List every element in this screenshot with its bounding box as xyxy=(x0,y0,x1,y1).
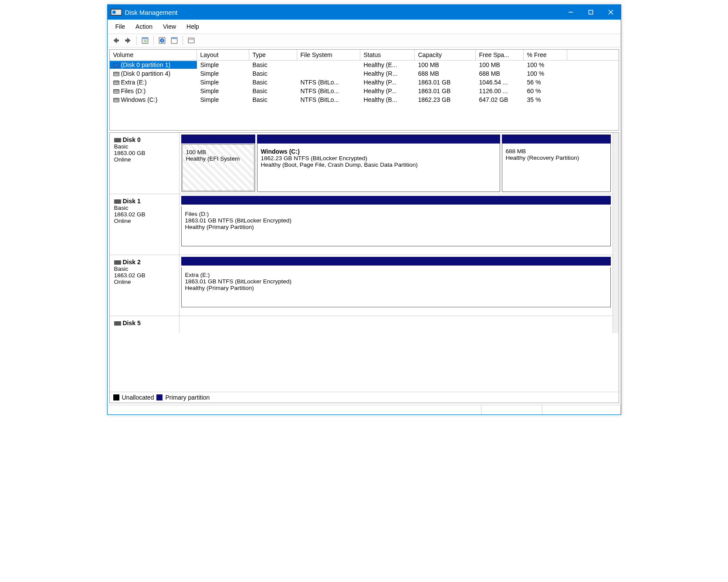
partition-bar xyxy=(181,196,611,205)
disk-management-window: Disk Management File Action View Help ? … xyxy=(107,4,621,415)
volume-header-cell[interactable]: Status xyxy=(360,50,415,60)
drive-icon xyxy=(113,89,119,94)
volume-cell: NTFS (BitLo... xyxy=(297,87,360,95)
close-button[interactable] xyxy=(601,5,621,20)
volume-cell: 100 % xyxy=(524,70,567,77)
menubar: File Action View Help xyxy=(108,20,621,34)
settings-button[interactable] xyxy=(186,35,197,46)
disk-icon xyxy=(114,260,121,265)
legend-swatch-primary xyxy=(156,394,163,400)
drive-icon xyxy=(113,81,119,85)
volume-cell: 56 % xyxy=(524,78,567,86)
partition-block[interactable]: 688 MBHealthy (Recovery Partition) xyxy=(502,135,611,192)
partition-block[interactable]: 100 MBHealthy (EFI System xyxy=(181,135,255,192)
volume-cell: NTFS (BitLo... xyxy=(297,96,360,104)
legend-primary-label: Primary partition xyxy=(165,394,210,401)
minimize-button[interactable] xyxy=(561,5,581,20)
drive-icon xyxy=(113,63,119,67)
disk-row[interactable]: Disk 5 xyxy=(110,316,613,333)
menu-help[interactable]: Help xyxy=(182,21,203,32)
volume-cell: 100 MB xyxy=(415,61,476,69)
volume-cell: Simple xyxy=(197,70,249,77)
volume-cell: Simple xyxy=(197,96,249,104)
legend-swatch-unallocated xyxy=(113,394,119,400)
volume-cell: 688 MB xyxy=(415,70,476,77)
volume-cell: 35 % xyxy=(524,96,567,104)
volume-header-cell[interactable]: Capacity xyxy=(415,50,476,60)
volume-cell: 60 % xyxy=(524,87,567,95)
volume-header-cell[interactable]: % Free xyxy=(524,50,567,60)
disk-icon xyxy=(114,138,121,142)
volume-row[interactable]: Extra (E:)SimpleBasicNTFS (BitLo...Healt… xyxy=(110,78,619,87)
volume-cell: Basic xyxy=(249,96,297,104)
scrollbar[interactable] xyxy=(613,133,619,333)
volume-cell: Simple xyxy=(197,61,249,69)
volume-cell: 1126.00 ... xyxy=(476,87,524,95)
disk-row[interactable]: Disk 0Basic1863.00 GBOnline100 MBHealthy… xyxy=(110,133,613,194)
volume-row[interactable]: (Disk 0 partition 1)SimpleBasicHealthy (… xyxy=(110,61,619,69)
volume-cell: Files (D:) xyxy=(110,87,197,95)
forward-button[interactable] xyxy=(122,35,134,46)
svg-rect-1 xyxy=(112,11,115,14)
toolbar: ? xyxy=(108,34,621,47)
drive-icon xyxy=(113,98,119,102)
maximize-button[interactable] xyxy=(581,5,601,20)
volume-cell: Basic xyxy=(249,70,297,77)
menu-file[interactable]: File xyxy=(111,21,130,32)
refresh-button[interactable] xyxy=(169,35,180,46)
volume-cell: 1046.54 ... xyxy=(476,78,524,86)
volume-cell: Simple xyxy=(197,87,249,95)
volume-cell: Windows (C:) xyxy=(110,96,197,104)
volume-header-cell[interactable]: Type xyxy=(249,50,297,60)
back-button[interactable] xyxy=(110,35,122,46)
volume-header-cell[interactable]: File System xyxy=(297,50,360,60)
legend: Unallocated Primary partition xyxy=(110,392,619,403)
legend-unallocated-label: Unallocated xyxy=(122,394,154,401)
volume-header-cell[interactable]: Layout xyxy=(197,50,249,60)
app-icon xyxy=(110,6,122,18)
svg-rect-19 xyxy=(192,39,193,40)
help-button[interactable]: ? xyxy=(156,35,168,46)
disk-info: Disk 5 xyxy=(110,316,179,333)
properties-button[interactable] xyxy=(139,35,151,46)
volume-cell: Basic xyxy=(249,87,297,95)
partitions-area xyxy=(179,316,613,333)
partitions-area: Files (D:)1863.01 GB NTFS (BitLocker Enc… xyxy=(179,194,613,255)
volume-cell: Healthy (P... xyxy=(360,87,415,95)
partitions-area: 100 MBHealthy (EFI SystemWindows (C:)186… xyxy=(179,133,613,194)
disk-row[interactable]: Disk 2Basic1863.02 GBOnlineExtra (E:)186… xyxy=(110,255,613,316)
statusbar xyxy=(108,405,621,414)
volume-cell: Extra (E:) xyxy=(110,78,197,86)
svg-rect-16 xyxy=(188,38,194,43)
volume-cell: Basic xyxy=(249,61,297,69)
partition-block[interactable]: Files (D:)1863.01 GB NTFS (BitLocker Enc… xyxy=(181,206,611,246)
disk-info: Disk 2Basic1863.02 GBOnline xyxy=(110,255,179,316)
menu-view[interactable]: View xyxy=(159,21,180,32)
partitions-area: Extra (E:)1863.01 GB NTFS (BitLocker Enc… xyxy=(179,255,613,316)
volume-row[interactable]: Files (D:)SimpleBasicNTFS (BitLo...Healt… xyxy=(110,87,619,95)
volume-header: VolumeLayoutTypeFile SystemStatusCapacit… xyxy=(110,50,619,61)
svg-rect-17 xyxy=(189,39,190,40)
volume-row[interactable]: (Disk 0 partition 4)SimpleBasicHealthy (… xyxy=(110,69,619,78)
volume-cell: Healthy (B... xyxy=(360,96,415,104)
window-title: Disk Management xyxy=(125,9,561,16)
volume-header-cell[interactable]: Volume xyxy=(110,50,197,60)
partition-block[interactable]: Windows (C:)1862.23 GB NTFS (BitLocker E… xyxy=(257,135,500,192)
partition-block[interactable]: Extra (E:)1863.01 GB NTFS (BitLocker Enc… xyxy=(181,267,611,307)
volume-cell: 1863.01 GB xyxy=(415,87,476,95)
disk-panel: Disk 0Basic1863.00 GBOnline100 MBHealthy… xyxy=(109,132,619,403)
volume-cell: Healthy (R... xyxy=(360,70,415,77)
volume-header-cell[interactable]: Free Spa... xyxy=(476,50,524,60)
svg-rect-3 xyxy=(589,10,593,14)
drive-icon xyxy=(113,72,119,76)
volume-cell: Healthy (E... xyxy=(360,61,415,69)
menu-action[interactable]: Action xyxy=(131,21,157,32)
volume-cell: Simple xyxy=(197,78,249,86)
svg-rect-15 xyxy=(171,37,177,39)
disk-row[interactable]: Disk 1Basic1863.02 GBOnlineFiles (D:)186… xyxy=(110,194,613,255)
svg-text:?: ? xyxy=(161,39,163,43)
volume-cell xyxy=(297,70,360,77)
titlebar[interactable]: Disk Management xyxy=(108,5,621,20)
volume-row[interactable]: Windows (C:)SimpleBasicNTFS (BitLo...Hea… xyxy=(110,95,619,104)
volume-cell: NTFS (BitLo... xyxy=(297,78,360,86)
